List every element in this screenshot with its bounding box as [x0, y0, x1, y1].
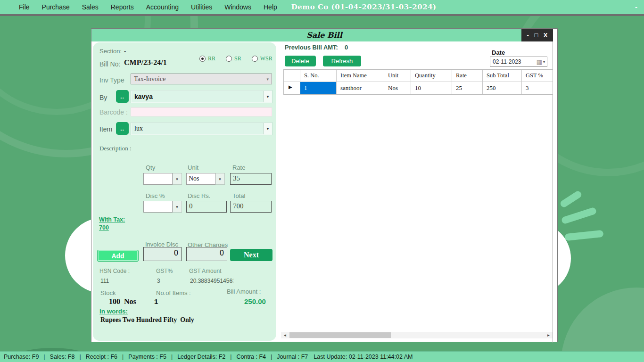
in-words-link[interactable]: in words:	[99, 308, 128, 315]
radio-sr-label: SR	[234, 55, 241, 62]
menu-accounting[interactable]: Accounting	[146, 3, 179, 11]
cell-item-name[interactable]: santhoor	[337, 82, 384, 94]
item-value: lux	[132, 125, 264, 132]
header-rate: Rate	[452, 70, 483, 82]
chevron-down-icon[interactable]: ▾	[173, 201, 182, 213]
scroll-right-icon[interactable]: ►	[545, 332, 553, 338]
minimize-icon[interactable]: -	[527, 29, 529, 41]
radio-rr-circle-icon[interactable]	[199, 56, 206, 62]
decor-circle	[561, 288, 644, 351]
radio-wsr-circle-icon[interactable]	[252, 56, 258, 62]
cell-s-no[interactable]: 1	[300, 82, 337, 94]
next-button[interactable]: Next	[230, 249, 272, 261]
shortcut-ledger-details: Ledger Details: F2	[177, 354, 225, 360]
table-row[interactable]: ▶ 1 santhoor Nos 10 25 250 3	[284, 82, 553, 94]
horizontal-scrollbar[interactable]: ◄ ►	[281, 332, 553, 338]
item-lookup-button[interactable]: ..	[116, 122, 129, 135]
qty-combo[interactable]: ▾	[143, 173, 182, 185]
inv-type-select[interactable]: Tax-Invoice ▾	[131, 74, 272, 84]
gst-pct-label: GST%	[156, 268, 173, 274]
chevron-down-icon[interactable]: ▾	[264, 123, 272, 134]
decor-ray	[564, 230, 603, 241]
disc-pct-input[interactable]	[143, 201, 173, 213]
total-input[interactable]: 700	[230, 201, 272, 213]
sale-bill-window: Sale Bill - □ X Section: - Bill No: CMP/…	[91, 28, 558, 342]
chevron-down-icon[interactable]: ▾	[266, 77, 269, 82]
disc-rs-input[interactable]: 0	[186, 201, 227, 213]
with-tax-link[interactable]: With Tax:	[99, 216, 125, 223]
gst-amount-value: 20.388349514563	[190, 278, 233, 284]
header-s-no: S. No.	[300, 70, 337, 82]
shortcut-purchase: Purchase: F9	[4, 354, 39, 360]
row-pointer-icon: ▶	[284, 82, 300, 94]
shortcut-sales: Sales: F8	[50, 354, 75, 360]
rate-input[interactable]: 35	[230, 173, 272, 185]
by-select[interactable]: kavya ▾	[131, 90, 272, 103]
barcode-label: Barcode :	[99, 108, 128, 116]
scrollbar-track[interactable]	[289, 332, 545, 338]
header-gst-pct: GST %	[522, 70, 553, 82]
bill-no-label: Bill No:	[99, 60, 120, 68]
radio-rr[interactable]: RR	[199, 55, 215, 62]
disc-pct-combo[interactable]: ▾	[143, 201, 182, 213]
unit-label: Unit	[188, 164, 198, 171]
chevron-down-icon[interactable]: ▾	[215, 173, 225, 185]
close-icon[interactable]: X	[544, 29, 548, 41]
window-title: Sale Bill	[91, 29, 557, 41]
cell-sub-total[interactable]: 250	[483, 82, 522, 94]
hsn-code-label: HSN Code :	[99, 268, 130, 274]
cell-rate[interactable]: 25	[452, 82, 483, 94]
menu-purchase[interactable]: Purchase	[42, 3, 70, 11]
chevron-down-icon[interactable]: ▾	[264, 91, 272, 102]
radio-sr[interactable]: SR	[226, 55, 241, 62]
cell-quantity[interactable]: 10	[411, 82, 452, 94]
item-select[interactable]: lux ▾	[131, 123, 272, 135]
menu-utilities[interactable]: Utilities	[191, 3, 212, 11]
menu-windows[interactable]: Windows	[224, 3, 251, 11]
decor-ray	[559, 190, 583, 209]
table-header-row: S. No. Item Name Unit Quantity Rate Sub …	[284, 70, 553, 82]
qty-input[interactable]	[143, 173, 173, 185]
scrollbar-thumb[interactable]	[289, 332, 391, 338]
invoice-disc-input[interactable]: 0	[143, 247, 182, 261]
menu-sales[interactable]: Sales	[82, 3, 99, 11]
shortcut-contra: Contra : F4	[237, 354, 266, 360]
with-tax-value[interactable]: 700	[99, 224, 109, 231]
add-button[interactable]: Add	[97, 250, 139, 262]
calendar-icon[interactable]: ▦	[537, 58, 542, 66]
header-sub-total: Sub Total	[483, 70, 522, 82]
header-item-name: Item Name	[337, 70, 384, 82]
bill-amount-value: 250.00	[244, 297, 266, 305]
date-picker[interactable]: 02-11-2023 ▦ ▾	[490, 57, 547, 67]
refresh-button[interactable]: Refresh	[323, 56, 361, 66]
gst-amount-label: GST Amount	[189, 268, 221, 274]
cell-gst-pct[interactable]: 3	[522, 82, 553, 94]
radio-sr-circle-icon[interactable]	[226, 56, 232, 62]
by-label: By	[99, 94, 107, 101]
radio-rr-label: RR	[208, 55, 215, 62]
cell-unit[interactable]: Nos	[384, 82, 411, 94]
decor-ray	[561, 207, 597, 225]
minimized-window-indicator[interactable]: -	[635, 3, 637, 11]
unit-input[interactable]: Nos	[186, 173, 215, 185]
chevron-down-icon[interactable]: ▾	[173, 173, 182, 185]
radio-wsr-label: WSR	[260, 55, 272, 62]
unit-combo[interactable]: Nos ▾	[186, 173, 225, 185]
maximize-icon[interactable]: □	[534, 29, 538, 41]
barcode-input[interactable]	[131, 107, 272, 116]
menu-file[interactable]: File	[19, 3, 30, 11]
section-value: -	[124, 48, 126, 55]
status-separator: |	[122, 354, 124, 360]
radio-wsr[interactable]: WSR	[252, 55, 272, 62]
chevron-down-icon[interactable]: ▾	[543, 60, 545, 64]
other-charges-input[interactable]: 0	[186, 247, 227, 261]
items-count-value: 1	[154, 297, 158, 305]
menu-reports[interactable]: Reports	[111, 3, 134, 11]
delete-button[interactable]: Delete	[285, 56, 316, 66]
previous-bill-label: Previous Bill AMT:	[285, 44, 338, 51]
date-value[interactable]: 02-11-2023	[490, 58, 537, 65]
scroll-left-icon[interactable]: ◄	[281, 332, 289, 338]
menu-help[interactable]: Help	[264, 3, 277, 11]
window-titlebar: Sale Bill - □ X	[91, 29, 557, 41]
by-lookup-button[interactable]: ..	[116, 90, 129, 103]
